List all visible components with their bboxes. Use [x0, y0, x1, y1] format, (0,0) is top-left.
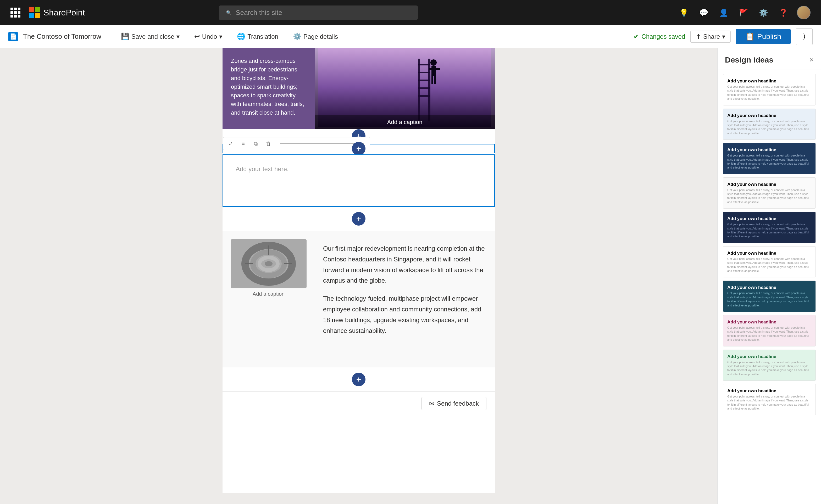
feedback-bar: ✉ Send feedback — [222, 391, 495, 415]
flag-icon[interactable]: 🚩 — [737, 6, 750, 19]
spiral-svg — [231, 239, 306, 288]
design-ideas-panel: Design ideas × Add your own headline Get… — [717, 48, 821, 504]
save-close-label: Save and close — [131, 33, 174, 40]
feedback-icon: ✉ — [429, 400, 434, 407]
save-chevron-icon: ▾ — [176, 33, 180, 40]
panel-close-button[interactable]: × — [809, 56, 814, 64]
card-headline-8: Add your own headline — [727, 320, 811, 325]
card-headline-10: Add your own headline — [727, 388, 811, 394]
svg-rect-7 — [418, 95, 431, 97]
share-button[interactable]: ⬆ Share ▾ — [690, 31, 731, 43]
question-icon[interactable]: ❓ — [777, 6, 790, 19]
text-placeholder[interactable]: Add your text here. — [236, 165, 482, 173]
svg-rect-6 — [418, 87, 431, 89]
changes-saved-label: Changes saved — [641, 33, 685, 40]
add-section-button-2[interactable]: + — [352, 212, 365, 226]
add-section-button-3[interactable]: + — [352, 373, 365, 386]
text-column: Zones and cross-campus bridge just for p… — [222, 48, 315, 129]
image-caption-1[interactable]: Add a caption — [315, 115, 495, 129]
check-icon: ✔ — [634, 33, 639, 40]
avatar[interactable] — [797, 6, 811, 19]
card-body-1: Get your point across, tell a story, or … — [727, 85, 811, 101]
design-card-7[interactable]: Add your own headline Get your point acr… — [723, 281, 816, 312]
card-headline-7: Add your own headline — [727, 285, 811, 290]
section-image-text: Zones and cross-campus bridge just for p… — [222, 48, 495, 129]
card-headline-4: Add your own headline — [727, 182, 811, 187]
app-name: SharePoint — [43, 8, 85, 18]
move-section-button[interactable]: ⤢ — [225, 138, 236, 149]
save-close-button[interactable]: 💾 Save and close ▾ — [116, 30, 184, 43]
card-body-2: Get your point across, tell a story, or … — [727, 119, 811, 136]
svg-rect-1 — [418, 59, 420, 121]
two-column-section: Add a caption Our first major redevelopm… — [222, 231, 495, 367]
card-body-8: Get your point across, tell a story, or … — [727, 326, 811, 342]
add-section-bottom: + — [222, 367, 495, 391]
feedback-label: Send feedback — [437, 400, 479, 407]
design-card-4[interactable]: Add your own headline Get your point acr… — [723, 177, 816, 209]
svg-rect-12 — [434, 76, 436, 84]
settings-icon[interactable]: ⚙️ — [757, 6, 770, 19]
microsoft-logo[interactable]: SharePoint — [29, 7, 85, 18]
card-body-6: Get your point across, tell a story, or … — [727, 257, 811, 273]
undo-chevron-icon: ▾ — [219, 33, 222, 40]
design-card-9[interactable]: Add your own headline Get your point acr… — [723, 350, 816, 381]
image-column: Add a caption — [315, 48, 495, 129]
duplicate-section-button[interactable]: ⧉ — [250, 138, 261, 149]
design-card-5[interactable]: Add your own headline Get your point acr… — [723, 212, 816, 243]
text-edit-section[interactable]: Add your text here. — [222, 154, 495, 207]
design-card-10[interactable]: Add your own headline Get your point acr… — [723, 384, 816, 415]
translation-button[interactable]: 🌐 Translation — [232, 30, 283, 43]
search-bar[interactable]: 🔍 — [219, 5, 418, 20]
add-section-below-text: + — [222, 207, 495, 231]
section-separator-line — [280, 143, 363, 144]
spiral-image-caption[interactable]: Add a caption — [253, 291, 284, 297]
svg-rect-9 — [432, 66, 436, 76]
publish-button[interactable]: 📋 Publish — [736, 29, 791, 44]
content-text-col: Our first major redevelopment is nearing… — [315, 231, 495, 352]
save-icon: 💾 — [121, 32, 129, 41]
page-details-icon: ⚙️ — [293, 32, 301, 41]
main-area: Zones and cross-campus bridge just for p… — [0, 48, 821, 504]
help-tooltip-icon[interactable]: 💡 — [678, 6, 690, 19]
card-body-10: Get your point across, tell a story, or … — [727, 395, 811, 411]
spiral-image — [231, 239, 306, 288]
section-controls: ⤢ ≡ ⧉ 🗑 — [223, 137, 370, 150]
design-card-1[interactable]: Add your own headline Get your point acr… — [723, 74, 816, 105]
undo-button[interactable]: ↩ Undo ▾ — [189, 30, 227, 43]
search-input[interactable] — [236, 9, 410, 17]
add-within-section-button[interactable]: + — [352, 142, 365, 155]
undo-icon: ↩ — [194, 32, 200, 41]
card-headline-3: Add your own headline — [727, 147, 811, 153]
page-icon-symbol: 📄 — [10, 33, 17, 40]
send-feedback-button[interactable]: ✉ Send feedback — [422, 397, 487, 410]
intro-text: Zones and cross-campus bridge just for p… — [231, 57, 306, 117]
edit-section-button[interactable]: ≡ — [238, 138, 248, 149]
collapse-button[interactable]: ⟩ — [796, 28, 813, 45]
people-icon[interactable]: 👤 — [717, 6, 730, 19]
design-card-8[interactable]: Add your own headline Get your point acr… — [723, 315, 816, 346]
card-body-4: Get your point across, tell a story, or … — [727, 188, 811, 204]
design-card-3[interactable]: Add your own headline Get your point acr… — [723, 143, 816, 174]
design-card-6[interactable]: Add your own headline Get your point acr… — [723, 246, 816, 278]
card-headline-9: Add your own headline — [727, 354, 811, 359]
hero-image — [315, 48, 495, 127]
publish-label: Publish — [757, 32, 781, 41]
comment-icon[interactable]: 💬 — [697, 6, 710, 19]
card-body-5: Get your point across, tell a story, or … — [727, 222, 811, 239]
translation-icon: 🌐 — [237, 32, 245, 41]
svg-rect-3 — [418, 64, 431, 65]
svg-rect-4 — [418, 72, 431, 73]
delete-section-button[interactable]: 🗑 — [263, 138, 273, 149]
paragraph-1: Our first major redevelopment is nearing… — [323, 243, 487, 286]
page-details-button[interactable]: ⚙️ Page details — [288, 30, 343, 43]
svg-rect-11 — [432, 76, 433, 84]
site-name: The Contoso of Tomorrow — [23, 32, 101, 41]
publish-icon: 📋 — [745, 32, 755, 41]
waffle-menu[interactable] — [10, 8, 20, 18]
design-card-2[interactable]: Add your own headline Get your point acr… — [723, 109, 816, 140]
editor-canvas: Zones and cross-campus bridge just for p… — [0, 48, 717, 504]
card-body-7: Get your point across, tell a story, or … — [727, 291, 811, 307]
page-type-icon: 📄 — [8, 32, 18, 41]
top-navigation: SharePoint 🔍 💡 💬 👤 🚩 ⚙️ ❓ — [0, 0, 821, 25]
share-label: Share — [703, 33, 720, 40]
